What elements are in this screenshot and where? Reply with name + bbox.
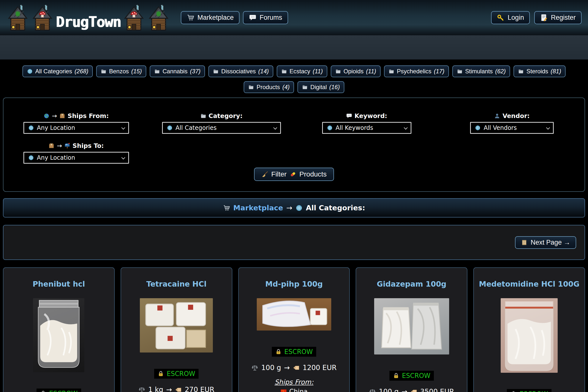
escrow-label: ESCROW <box>519 390 548 392</box>
category-opioids[interactable]: Opioids (11) <box>331 66 381 77</box>
pill-icon <box>290 171 296 178</box>
field-label-text: Vendor: <box>502 112 530 120</box>
vendor-select[interactable]: All Vendors <box>470 122 554 134</box>
category-count: (11) <box>366 68 376 75</box>
category-label: Digital <box>310 84 327 90</box>
escrow-label: ESCROW <box>49 390 77 392</box>
product-title[interactable]: Gidazepam 100g <box>356 280 467 288</box>
selected-value: All Categories <box>176 124 217 131</box>
ships-to-select[interactable]: Any Location <box>23 152 129 164</box>
ships-to-field: → Ships To: Any Location <box>3 142 149 164</box>
category-ecstacy[interactable]: Ecstacy (11) <box>277 66 327 77</box>
arrow-glyph: → <box>52 112 57 120</box>
ships-from-select[interactable]: Any Location <box>23 122 129 134</box>
category-count: (16) <box>329 84 340 90</box>
next-page-button[interactable]: Next Page → <box>515 236 576 249</box>
category-select[interactable]: All Categories <box>162 122 281 134</box>
category-label: Products <box>257 84 280 90</box>
product-photo[interactable] <box>33 298 84 372</box>
speech-bubble-icon <box>346 113 352 119</box>
category-stimulants[interactable]: Stimulants (62) <box>452 66 510 77</box>
origin-row: China <box>239 388 349 392</box>
key-icon <box>497 14 505 22</box>
filter-products-button[interactable]: Filter Products <box>254 168 334 181</box>
folder-icon <box>101 68 107 74</box>
price: 3500 EUR <box>420 388 454 392</box>
product-photo[interactable] <box>140 298 213 352</box>
register-button[interactable]: Register <box>534 11 582 24</box>
lock-icon <box>158 370 164 377</box>
product-title[interactable]: Medetomidine HCl 100G <box>474 280 585 288</box>
baggie-illustration <box>257 298 331 330</box>
nav-marketplace-button[interactable]: Marketplace <box>181 11 240 24</box>
baggie-illustration <box>33 298 84 372</box>
category-label: Ecstacy <box>290 68 310 75</box>
breadcrumb: Marketplace → All Categories: <box>3 198 585 218</box>
product-photo[interactable] <box>257 298 331 330</box>
cabin-weed-icon <box>6 5 29 30</box>
category-all-categories[interactable]: All Categories (268) <box>22 66 93 77</box>
auth-buttons: Login Register <box>491 11 582 24</box>
price: 1200 EUR <box>303 364 337 372</box>
field-label-text: Category: <box>209 112 243 120</box>
ships-from-label: → Ships From: <box>43 112 109 120</box>
scales-icon <box>138 386 145 392</box>
category-count: (15) <box>131 68 142 75</box>
category-cannabis[interactable]: Cannabis (37) <box>150 66 205 77</box>
breadcrumb-current: All Categories: <box>306 204 365 212</box>
chevron-down-icon <box>121 156 125 160</box>
keyword-select[interactable]: All Keywords <box>322 122 411 134</box>
product-photo[interactable] <box>501 298 558 373</box>
product-title[interactable]: Phenibut hcl <box>3 280 114 288</box>
escrow-badge: ESCROW <box>272 347 316 357</box>
category-psychedelics[interactable]: Psychedelics (17) <box>384 66 449 77</box>
category-count: (4) <box>283 84 290 90</box>
arrow-glyph: → <box>286 204 292 212</box>
login-button[interactable]: Login <box>491 11 530 24</box>
escrow-label: ESCROW <box>167 370 195 378</box>
price-row: 100 g → 3500 EUR <box>356 388 467 392</box>
product-card: Gidazepam 100g ESCROW 100 g → 3500 EUR <box>356 267 467 392</box>
vendor-field: Vendor: All Vendors <box>439 112 585 134</box>
lock-icon <box>40 390 46 392</box>
next-page-label: Next Page → <box>531 239 570 246</box>
selected-value: Any Location <box>37 124 75 131</box>
category-digital[interactable]: Digital (16) <box>297 81 344 93</box>
category-steroids[interactable]: Steroids (81) <box>514 66 566 77</box>
category-products[interactable]: Products (4) <box>244 81 294 93</box>
header-subband <box>0 35 588 60</box>
category-benzos[interactable]: Benzos (15) <box>96 66 146 77</box>
product-title[interactable]: Tetracaine HCl <box>121 280 232 288</box>
scroll-icon <box>521 239 528 246</box>
breadcrumb-marketplace-link[interactable]: Marketplace <box>233 204 283 212</box>
arrow-glyph: → <box>166 386 172 392</box>
site-logo[interactable]: DrugTown <box>6 5 170 30</box>
product-card: Medetomidine HCl 100G ESCROW <box>473 267 585 392</box>
chevron-down-icon <box>273 126 277 130</box>
lock-icon <box>510 391 517 392</box>
product-title[interactable]: Md-pihp 100g <box>239 280 349 288</box>
price: 270 EUR <box>185 386 214 392</box>
arrow-glyph: → <box>57 142 62 149</box>
category-dissociatives[interactable]: Dissociatives (14) <box>208 66 273 77</box>
field-label-text: Ships From: <box>68 112 109 120</box>
keyword-label: Keyword: <box>346 112 387 120</box>
folder-icon <box>154 68 160 74</box>
tag-icon <box>175 386 182 392</box>
escrow-badge: ESCROW <box>507 389 551 392</box>
category-label: All Categories <box>35 68 72 75</box>
escrow-badge: ESCROW <box>36 388 81 392</box>
filter-grid: → Ships From: Any Location Category: All… <box>3 112 585 164</box>
bags-illustration <box>374 298 449 354</box>
product-photo[interactable] <box>374 298 449 354</box>
folder-icon <box>457 68 463 74</box>
scales-icon <box>369 388 376 392</box>
folder-icon <box>518 68 524 74</box>
nav-forums-button[interactable]: Forums <box>243 11 288 24</box>
globe-icon <box>28 155 34 161</box>
category-label: Cannabis <box>163 68 187 75</box>
category-label: Benzos <box>109 68 129 75</box>
broom-icon <box>262 171 268 178</box>
escrow-label: ESCROW <box>402 372 430 380</box>
category-count: (17) <box>434 68 444 75</box>
